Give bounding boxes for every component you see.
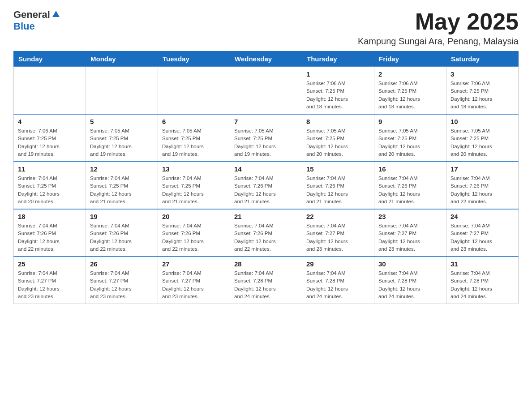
day-info: Sunrise: 7:04 AMSunset: 7:26 PMDaylight:…: [234, 222, 298, 253]
calendar-cell: [158, 67, 230, 114]
calendar-cell: 14Sunrise: 7:04 AMSunset: 7:26 PMDayligh…: [230, 162, 302, 209]
day-number: 13: [162, 165, 226, 173]
day-info: Sunrise: 7:04 AMSunset: 7:28 PMDaylight:…: [378, 270, 442, 300]
weekday-header-row: SundayMondayTuesdayWednesdayThursdayFrid…: [14, 51, 519, 67]
day-number: 31: [450, 260, 514, 268]
calendar-cell: 31Sunrise: 7:04 AMSunset: 7:28 PMDayligh…: [446, 257, 519, 304]
weekday-header-sunday: Sunday: [14, 51, 86, 67]
calendar-cell: 11Sunrise: 7:04 AMSunset: 7:25 PMDayligh…: [14, 162, 86, 209]
day-info: Sunrise: 7:04 AMSunset: 7:26 PMDaylight:…: [450, 175, 514, 206]
page-header: General Blue May 2025 Kampung Sungai Ara…: [13, 9, 519, 47]
day-info: Sunrise: 7:04 AMSunset: 7:28 PMDaylight:…: [450, 270, 514, 300]
day-number: 29: [306, 260, 370, 268]
week-row-5: 25Sunrise: 7:04 AMSunset: 7:27 PMDayligh…: [14, 257, 519, 304]
calendar-cell: 28Sunrise: 7:04 AMSunset: 7:28 PMDayligh…: [230, 257, 302, 304]
day-info: Sunrise: 7:04 AMSunset: 7:28 PMDaylight:…: [234, 270, 298, 300]
calendar-cell: 19Sunrise: 7:04 AMSunset: 7:26 PMDayligh…: [86, 209, 158, 257]
logo-arrow-icon: [51, 10, 60, 21]
day-info: Sunrise: 7:04 AMSunset: 7:27 PMDaylight:…: [90, 270, 154, 300]
calendar-cell: 25Sunrise: 7:04 AMSunset: 7:27 PMDayligh…: [14, 257, 86, 304]
day-number: 3: [450, 70, 514, 78]
day-number: 26: [90, 260, 154, 268]
calendar-cell: 20Sunrise: 7:04 AMSunset: 7:26 PMDayligh…: [158, 209, 230, 257]
weekday-header-monday: Monday: [86, 51, 158, 67]
day-info: Sunrise: 7:04 AMSunset: 7:27 PMDaylight:…: [450, 222, 514, 253]
day-info: Sunrise: 7:06 AMSunset: 7:25 PMDaylight:…: [306, 80, 370, 111]
day-number: 24: [450, 213, 514, 220]
day-number: 8: [306, 118, 370, 125]
day-number: 10: [450, 118, 514, 125]
day-info: Sunrise: 7:04 AMSunset: 7:26 PMDaylight:…: [378, 175, 442, 206]
weekday-header-friday: Friday: [374, 51, 446, 67]
day-info: Sunrise: 7:06 AMSunset: 7:25 PMDaylight:…: [450, 80, 514, 111]
calendar-cell: 13Sunrise: 7:04 AMSunset: 7:25 PMDayligh…: [158, 162, 230, 209]
day-info: Sunrise: 7:05 AMSunset: 7:25 PMDaylight:…: [234, 127, 298, 158]
day-number: 17: [450, 165, 514, 173]
day-info: Sunrise: 7:04 AMSunset: 7:25 PMDaylight:…: [18, 175, 82, 206]
calendar-cell: 30Sunrise: 7:04 AMSunset: 7:28 PMDayligh…: [374, 257, 446, 304]
day-number: 5: [90, 118, 154, 125]
day-info: Sunrise: 7:05 AMSunset: 7:25 PMDaylight:…: [162, 127, 226, 158]
day-info: Sunrise: 7:04 AMSunset: 7:27 PMDaylight:…: [306, 222, 370, 253]
calendar-table: SundayMondayTuesdayWednesdayThursdayFrid…: [13, 51, 519, 304]
calendar-cell: 15Sunrise: 7:04 AMSunset: 7:26 PMDayligh…: [302, 162, 374, 209]
calendar-cell: 22Sunrise: 7:04 AMSunset: 7:27 PMDayligh…: [302, 209, 374, 257]
week-row-3: 11Sunrise: 7:04 AMSunset: 7:25 PMDayligh…: [14, 162, 519, 209]
calendar-cell: [86, 67, 158, 114]
day-number: 18: [18, 213, 82, 220]
day-number: 15: [306, 165, 370, 173]
day-info: Sunrise: 7:04 AMSunset: 7:25 PMDaylight:…: [90, 175, 154, 206]
weekday-header-thursday: Thursday: [302, 51, 374, 67]
title-block: May 2025 Kampung Sungai Ara, Penang, Mal…: [358, 9, 519, 47]
day-number: 20: [162, 213, 226, 220]
svg-marker-0: [52, 11, 60, 17]
day-number: 27: [162, 260, 226, 268]
day-info: Sunrise: 7:04 AMSunset: 7:26 PMDaylight:…: [162, 222, 226, 253]
weekday-header-saturday: Saturday: [446, 51, 519, 67]
day-number: 11: [18, 165, 82, 173]
calendar-cell: 26Sunrise: 7:04 AMSunset: 7:27 PMDayligh…: [86, 257, 158, 304]
month-year-title: May 2025: [358, 9, 519, 34]
day-number: 30: [378, 260, 442, 268]
calendar-cell: 3Sunrise: 7:06 AMSunset: 7:25 PMDaylight…: [446, 67, 519, 114]
calendar-cell: 29Sunrise: 7:04 AMSunset: 7:28 PMDayligh…: [302, 257, 374, 304]
day-info: Sunrise: 7:04 AMSunset: 7:26 PMDaylight:…: [306, 175, 370, 206]
calendar-cell: 27Sunrise: 7:04 AMSunset: 7:27 PMDayligh…: [158, 257, 230, 304]
day-number: 16: [378, 165, 442, 173]
calendar-cell: 8Sunrise: 7:05 AMSunset: 7:25 PMDaylight…: [302, 114, 374, 162]
location-subtitle: Kampung Sungai Ara, Penang, Malaysia: [358, 36, 519, 47]
calendar-cell: 12Sunrise: 7:04 AMSunset: 7:25 PMDayligh…: [86, 162, 158, 209]
calendar-cell: 18Sunrise: 7:04 AMSunset: 7:26 PMDayligh…: [14, 209, 86, 257]
day-number: 14: [234, 165, 298, 173]
calendar-cell: 7Sunrise: 7:05 AMSunset: 7:25 PMDaylight…: [230, 114, 302, 162]
week-row-2: 4Sunrise: 7:06 AMSunset: 7:25 PMDaylight…: [14, 114, 519, 162]
day-number: 12: [90, 165, 154, 173]
calendar-cell: 5Sunrise: 7:05 AMSunset: 7:25 PMDaylight…: [86, 114, 158, 162]
week-row-1: 1Sunrise: 7:06 AMSunset: 7:25 PMDaylight…: [14, 67, 519, 114]
day-number: 19: [90, 213, 154, 220]
day-number: 4: [18, 118, 82, 125]
day-number: 6: [162, 118, 226, 125]
day-info: Sunrise: 7:04 AMSunset: 7:27 PMDaylight:…: [18, 270, 82, 300]
day-info: Sunrise: 7:04 AMSunset: 7:27 PMDaylight:…: [162, 270, 226, 300]
calendar-cell: 16Sunrise: 7:04 AMSunset: 7:26 PMDayligh…: [374, 162, 446, 209]
day-info: Sunrise: 7:04 AMSunset: 7:26 PMDaylight:…: [18, 222, 82, 253]
day-info: Sunrise: 7:05 AMSunset: 7:25 PMDaylight:…: [306, 127, 370, 158]
day-number: 22: [306, 213, 370, 220]
day-info: Sunrise: 7:04 AMSunset: 7:26 PMDaylight:…: [234, 175, 298, 206]
week-row-4: 18Sunrise: 7:04 AMSunset: 7:26 PMDayligh…: [14, 209, 519, 257]
logo: General Blue: [13, 9, 60, 32]
calendar-cell: 21Sunrise: 7:04 AMSunset: 7:26 PMDayligh…: [230, 209, 302, 257]
day-info: Sunrise: 7:05 AMSunset: 7:25 PMDaylight:…: [450, 127, 514, 158]
day-number: 1: [306, 70, 370, 78]
day-number: 2: [378, 70, 442, 78]
day-info: Sunrise: 7:06 AMSunset: 7:25 PMDaylight:…: [378, 80, 442, 111]
day-info: Sunrise: 7:04 AMSunset: 7:26 PMDaylight:…: [90, 222, 154, 253]
weekday-header-wednesday: Wednesday: [230, 51, 302, 67]
calendar-cell: [14, 67, 86, 114]
day-info: Sunrise: 7:05 AMSunset: 7:25 PMDaylight:…: [90, 127, 154, 158]
day-number: 9: [378, 118, 442, 125]
calendar-cell: 17Sunrise: 7:04 AMSunset: 7:26 PMDayligh…: [446, 162, 519, 209]
day-number: 25: [18, 260, 82, 268]
logo-blue: Blue: [13, 21, 35, 32]
